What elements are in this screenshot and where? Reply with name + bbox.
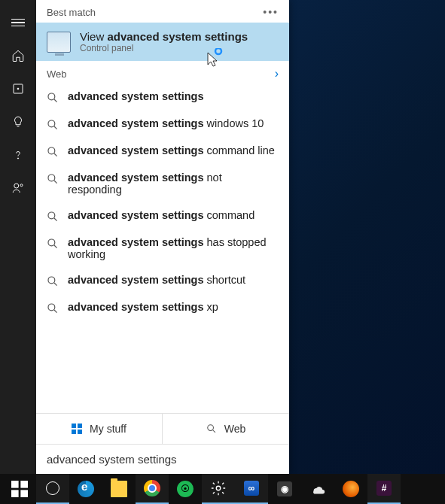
hamburger-menu[interactable] <box>0 6 36 39</box>
svg-point-4 <box>14 184 19 188</box>
edge-button[interactable] <box>69 474 102 504</box>
search-icon <box>47 173 59 185</box>
web-result[interactable]: advanced system settings windows 10 <box>36 111 289 138</box>
taskbar: ⦿ ∞ ◉ # <box>0 474 445 504</box>
best-match-result[interactable]: View advanced system settings Control pa… <box>36 23 289 61</box>
search-icon <box>47 302 59 314</box>
onedrive-button[interactable] <box>301 474 334 504</box>
search-icon <box>47 92 59 104</box>
slack-button[interactable]: # <box>367 474 401 504</box>
svg-rect-26 <box>78 430 82 434</box>
svg-line-16 <box>54 218 57 221</box>
chrome-button[interactable] <box>136 474 169 504</box>
web-result[interactable]: advanced system settings has stopped wor… <box>36 229 289 267</box>
svg-line-14 <box>54 181 57 184</box>
svg-point-27 <box>207 425 213 431</box>
web-result[interactable]: advanced system settings shortcut <box>36 267 289 294</box>
svg-line-12 <box>54 153 57 156</box>
best-match-subtitle: Control panel <box>80 43 248 53</box>
svg-point-9 <box>48 120 55 127</box>
svg-point-3 <box>17 158 18 159</box>
svg-line-18 <box>54 245 57 248</box>
start-button[interactable] <box>3 474 36 504</box>
search-icon <box>47 119 59 131</box>
best-match-label: Best match <box>47 7 96 18</box>
svg-rect-23 <box>72 424 76 428</box>
svg-line-10 <box>54 126 57 129</box>
svg-point-5 <box>20 184 23 187</box>
search-icon <box>47 211 59 223</box>
chevron-right-icon[interactable]: › <box>275 67 279 80</box>
web-result[interactable]: advanced system settings not responding <box>36 165 289 202</box>
best-match-title: View advanced system settings <box>80 30 248 43</box>
svg-line-28 <box>212 430 215 433</box>
feedback-icon[interactable] <box>0 172 36 205</box>
search-input[interactable]: advanced system settings <box>36 444 289 474</box>
svg-rect-24 <box>78 424 82 428</box>
music-button[interactable]: ◉ <box>268 474 301 504</box>
svg-rect-32 <box>20 490 28 497</box>
my-stuff-tab[interactable]: My stuff <box>36 414 163 444</box>
svg-rect-29 <box>11 481 19 488</box>
tips-icon[interactable] <box>0 105 36 138</box>
svg-point-11 <box>48 147 55 154</box>
svg-rect-30 <box>20 481 28 488</box>
cortana-button[interactable] <box>36 474 69 504</box>
control-panel-icon <box>47 32 71 53</box>
search-icon <box>47 275 59 287</box>
svg-point-15 <box>48 212 55 219</box>
web-result[interactable]: advanced system settings xp <box>36 294 289 321</box>
search-results-panel: Best match ••• View advanced system sett… <box>36 0 289 474</box>
firefox-button[interactable] <box>334 474 367 504</box>
web-tab[interactable]: Web <box>163 414 289 444</box>
more-options-icon[interactable]: ••• <box>263 6 279 18</box>
svg-rect-25 <box>72 430 76 434</box>
svg-point-1 <box>17 88 19 90</box>
settings-button[interactable] <box>202 474 235 504</box>
web-result[interactable]: advanced system settings command <box>36 202 289 229</box>
svg-line-8 <box>54 99 57 102</box>
svg-point-19 <box>48 277 55 284</box>
search-icon <box>206 424 217 434</box>
svg-point-33 <box>216 486 221 490</box>
spotify-button[interactable]: ⦿ <box>169 474 202 504</box>
home-icon[interactable] <box>0 39 36 72</box>
svg-point-7 <box>48 93 55 100</box>
svg-line-22 <box>54 310 57 313</box>
web-result[interactable]: advanced system settings command line <box>36 138 289 165</box>
svg-point-17 <box>48 239 55 246</box>
search-icon <box>47 238 59 250</box>
web-section-label: Web <box>47 68 67 80</box>
apps-icon[interactable] <box>0 72 36 105</box>
help-icon[interactable] <box>0 138 36 172</box>
visual-studio-button[interactable]: ∞ <box>235 474 268 504</box>
windows-icon <box>72 424 82 434</box>
web-results-list: advanced system settingsadvanced system … <box>36 83 289 413</box>
file-explorer-button[interactable] <box>102 474 136 504</box>
search-icon <box>47 146 59 158</box>
svg-point-21 <box>48 304 55 311</box>
svg-rect-31 <box>11 490 19 497</box>
svg-point-13 <box>48 175 55 181</box>
svg-line-20 <box>54 283 57 286</box>
web-result[interactable]: advanced system settings <box>36 83 289 111</box>
